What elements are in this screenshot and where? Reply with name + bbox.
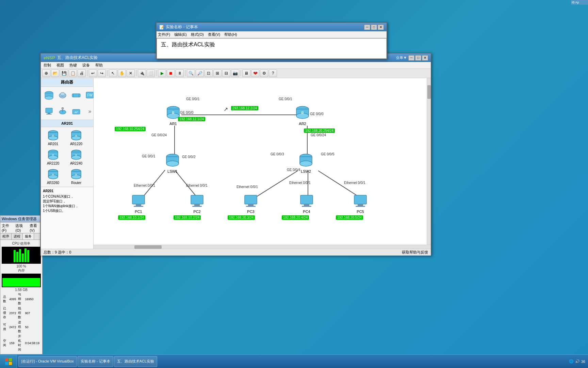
tb-sep-2 (107, 70, 108, 76)
tb-redo[interactable]: ↪ (98, 70, 106, 77)
ensp-close-btn[interactable]: ✕ (422, 55, 428, 61)
device-model-AR2240[interactable]: R AR2240 (66, 149, 86, 165)
node-PC1[interactable]: PC1 (131, 194, 146, 214)
PC3-label: PC3 (247, 210, 254, 214)
vbox-menu-help[interactable]: 帮助 (95, 63, 103, 68)
device-model-AR3260[interactable]: R AR3260 (43, 168, 63, 185)
tb-stop[interactable]: ⏹ (167, 70, 175, 77)
notepad-menu-view[interactable]: 查看(V) (208, 32, 220, 37)
notepad-minimize-btn[interactable]: ─ (364, 25, 370, 30)
device-type-switch-icon[interactable] (70, 89, 82, 101)
device-model-AR1220[interactable]: R AR1220 (66, 129, 86, 146)
node-PC2[interactable]: PC2 (190, 194, 205, 214)
notepad-menu-format[interactable]: 格式(O) (191, 32, 204, 37)
taskbar-start-button[interactable] (0, 355, 17, 368)
notepad-content-area[interactable]: 五、路由技术ACL实验 (157, 38, 387, 59)
mem-value: 1.58 GB (2, 288, 41, 292)
tm-menu-view[interactable]: 查看(V) (30, 223, 41, 232)
main-canvas[interactable]: R AR1 R AR2 (94, 78, 427, 245)
svg-line-50 (253, 171, 298, 199)
AR201-label: AR201 (48, 142, 59, 146)
tb-hand[interactable]: ✋ (118, 70, 126, 77)
taskbar-item-ensp[interactable]: 五、路由技术ACL实验 (114, 356, 157, 367)
device-type-wlan-icon[interactable]: AP (70, 105, 82, 118)
tb-sep-4 (156, 70, 157, 76)
ensp-minimize-btn[interactable]: ─ (408, 55, 414, 61)
node-AR1[interactable]: R AR1 (165, 105, 181, 126)
tb-console[interactable]: 🖥 (242, 70, 250, 77)
tb-start[interactable]: ▶ (158, 70, 166, 77)
svg-rect-71 (194, 204, 200, 206)
vertical-scrollbar[interactable] (427, 78, 431, 245)
tb-snap[interactable]: ⊟ (222, 70, 230, 77)
device-model-AR2220[interactable]: R AR2220 (43, 149, 63, 165)
tb-pause[interactable]: ⏸ (176, 70, 184, 77)
node-PC5[interactable]: PC5 (353, 194, 368, 214)
tb-help[interactable]: ? (269, 70, 277, 77)
AR1220-icon: R (70, 129, 82, 141)
v-scroll-up[interactable] (427, 78, 431, 85)
horizontal-scrollbar[interactable] (94, 245, 431, 249)
tb-settings[interactable]: ⚙ (260, 70, 268, 77)
cpu-bar-4 (22, 254, 24, 262)
node-LSW1[interactable]: LSW1 (164, 152, 181, 173)
tb-save[interactable]: 💾 (60, 70, 68, 77)
h-scroll-thumb[interactable] (134, 245, 162, 249)
status-help[interactable]: 获取帮助与反馈 (402, 250, 428, 255)
ensp-maximize-btn[interactable]: □ (415, 55, 421, 61)
tb-open[interactable]: 📂 (51, 70, 59, 77)
taskbar-item-vbox[interactable]: [在运行] - Oracle VM VirtualBox (18, 356, 77, 367)
device-model-header: AR201 (41, 120, 93, 127)
tab-processes[interactable]: 进程 (12, 233, 23, 240)
device-type-router-icon[interactable] (43, 89, 55, 101)
device-pc-grid: AP » (41, 103, 93, 120)
device-model-AR201[interactable]: R AR201 (43, 129, 63, 146)
vbox-menu-hotkey[interactable]: 热键 (69, 63, 77, 68)
tb-link[interactable]: 🔌 (138, 70, 146, 77)
ensp-logo: eNSP (44, 55, 55, 60)
device-type-pc-icon[interactable] (43, 105, 55, 118)
ensp-menu-business[interactable]: 业单▼ (396, 55, 407, 60)
if-LSW2-GE004: GE 0/0/4 (287, 168, 300, 172)
taskbar-item-notepad[interactable]: 实验名称 - 记事本 (78, 356, 113, 367)
node-AR2[interactable]: R AR2 (294, 105, 311, 126)
tb-delete[interactable]: ✕ (127, 70, 135, 77)
tab-services[interactable]: 服务 (23, 233, 34, 240)
tb-select[interactable]: ↖ (109, 70, 117, 77)
vbox-menu-view[interactable]: 视图 (56, 63, 64, 68)
tb-rect[interactable]: ⬜ (147, 70, 155, 77)
wlan-type-icon: AP (71, 106, 82, 117)
stat-value-3: 159 (9, 334, 17, 352)
node-PC3[interactable]: PC3 (243, 194, 258, 214)
device-model-Router[interactable]: R Router (66, 168, 86, 185)
tb-router-btn[interactable]: ❤ (251, 70, 259, 77)
tb-saveas[interactable]: 📋 (69, 70, 77, 77)
tm-menu-options[interactable]: 选项(O) (15, 223, 27, 232)
node-PC4[interactable]: PC4 (299, 194, 314, 214)
LSW2-icon-svg (298, 152, 314, 169)
tb-zoomout[interactable]: 🔎 (196, 70, 204, 77)
tb-zoomin[interactable]: 🔍 (187, 70, 195, 77)
tb-capture[interactable]: 📷 (231, 70, 239, 77)
tb-print[interactable]: 🖨 (78, 70, 86, 77)
task-manager-menubar[interactable]: 文件(F) 选项(O) 查看(V) (0, 223, 42, 233)
vbox-menu-device[interactable]: 设备 (82, 63, 90, 68)
v-scroll-thumb[interactable] (427, 85, 431, 99)
tab-programs[interactable]: 程序 (0, 233, 12, 240)
PC5-icon-svg (353, 194, 368, 209)
stat-row-3: 空闲 159 开机时间 0:04:08:19 (2, 334, 40, 352)
notepad-maximize-btn[interactable]: □ (371, 25, 377, 30)
tm-menu-file[interactable]: 文件(F) (2, 223, 13, 232)
tb-new[interactable]: ⊕ (42, 70, 50, 77)
tb-fit[interactable]: ⊡ (205, 70, 213, 77)
notepad-close-btn[interactable]: ✕ (378, 25, 384, 30)
tb-grid[interactable]: ⊞ (213, 70, 222, 77)
device-type-hub-icon[interactable] (56, 105, 69, 118)
notepad-menu-edit[interactable]: 编辑(E) (174, 32, 187, 37)
tb-undo[interactable]: ↩ (89, 70, 97, 77)
notepad-menu-help[interactable]: 帮助(H) (224, 32, 237, 37)
notepad-menu-file[interactable]: 文件(F) (158, 32, 170, 37)
PC4-icon-svg (299, 194, 314, 209)
device-type-cloud-icon[interactable] (56, 89, 69, 101)
vbox-menu-control[interactable]: 控制 (44, 63, 51, 68)
